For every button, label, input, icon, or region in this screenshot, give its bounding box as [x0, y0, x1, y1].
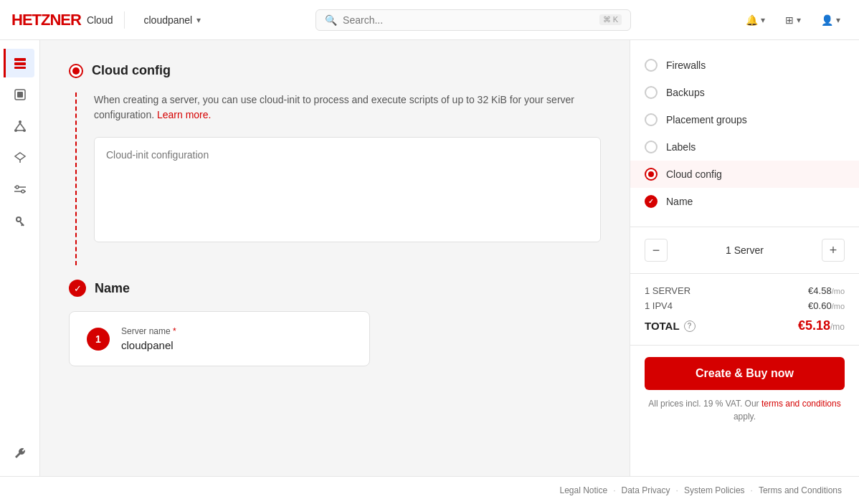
vat-note: All prices incl. 19 % VAT. Our terms and…	[645, 397, 845, 423]
pipeline-icon	[13, 182, 27, 196]
notifications-button[interactable]: 🔔 ▾	[739, 10, 772, 30]
cloud-config-radio	[69, 64, 83, 78]
name-panel-radio	[645, 195, 658, 208]
chevron-down-icon: ▾	[196, 15, 201, 25]
total-price: €5.18/mo	[798, 318, 845, 333]
svg-line-9	[20, 123, 24, 129]
svg-rect-2	[14, 67, 26, 69]
create-buy-button[interactable]: Create & Buy now	[645, 357, 845, 390]
project-selector[interactable]: cloudpanel ▾	[136, 10, 208, 30]
sidebar-item-api[interactable]	[6, 206, 34, 235]
total-label: TOTAL ?	[645, 320, 696, 332]
server-count-value: 1 Server	[726, 244, 764, 256]
terms-conditions-link[interactable]: terms and conditions	[761, 399, 841, 409]
server-name-field: Server name *	[121, 326, 352, 351]
panel-item-backups[interactable]: Backups	[630, 79, 859, 106]
footer-legal-notice[interactable]: Legal Notice	[559, 485, 607, 495]
chevron-down-icon: ▾	[797, 15, 801, 25]
footer-terms-conditions[interactable]: Terms and Conditions	[759, 485, 842, 495]
firewalls-radio	[645, 59, 658, 72]
search-input-wrap: 🔍 ⌘ K	[315, 9, 631, 31]
cloud-init-textarea[interactable]	[106, 149, 589, 228]
panel-item-labels[interactable]: Labels	[630, 133, 859, 161]
labels-radio	[645, 141, 658, 153]
logo-cloud: Cloud	[87, 14, 113, 26]
servers-icon	[13, 56, 27, 70]
topbar-actions: 🔔 ▾ ⊞ ▾ 👤 ▾	[739, 10, 848, 30]
content-area: Cloud config When creating a server, you…	[40, 40, 630, 476]
pricing: 1 SERVER €4.58/mo 1 IPV4 €0.60/mo TOTAL …	[630, 274, 859, 346]
sidebar-item-servers[interactable]	[4, 49, 34, 77]
cloud-config-header: Cloud config	[69, 63, 601, 78]
increase-server-button[interactable]: +	[822, 239, 845, 262]
sidebar-item-storage[interactable]	[6, 80, 34, 109]
cloud-config-description: When creating a server, you can use clou…	[94, 92, 601, 123]
decrease-server-button[interactable]: −	[645, 239, 668, 262]
footer: Legal Notice · Data Privacy · System Pol…	[0, 476, 859, 504]
sidebar-item-networks[interactable]	[6, 112, 34, 141]
key-icon	[13, 214, 27, 228]
cloud-config-panel-radio	[645, 168, 658, 181]
panel-item-name[interactable]: Name	[630, 188, 859, 215]
firewalls-label: Firewalls	[666, 60, 706, 71]
server-name-label: Server name *	[121, 326, 352, 336]
labels-label: Labels	[666, 141, 696, 153]
server-name-input[interactable]	[121, 339, 352, 351]
network-icon	[13, 119, 27, 133]
search-bar: 🔍 ⌘ K	[315, 9, 631, 31]
svg-rect-4	[17, 92, 23, 98]
price-total: TOTAL ? €5.18/mo	[645, 318, 845, 333]
required-indicator: *	[173, 326, 176, 336]
ipv4-price-row: 1 IPV4 €0.60/mo	[645, 300, 845, 311]
name-checked-icon: ✓	[69, 280, 86, 297]
server-name-card: 1 Server name *	[69, 311, 370, 366]
cloud-config-panel-label: Cloud config	[666, 168, 722, 180]
svg-point-5	[19, 120, 22, 123]
sidebar-item-pipelines[interactable]	[6, 175, 34, 204]
ipv4-price-label: 1 IPV4	[645, 300, 673, 311]
logo: HETZNER Cloud	[11, 11, 113, 29]
backups-radio	[645, 86, 658, 99]
right-panel-list: Firewalls Backups Placement groups Label…	[630, 40, 859, 227]
backups-label: Backups	[666, 87, 705, 98]
placement-label: Placement groups	[666, 114, 747, 125]
name-header: ✓ Name	[69, 280, 601, 297]
ipv4-price-value: €0.60/mo	[808, 300, 845, 311]
search-shortcut: ⌘ K	[599, 14, 622, 25]
wrench-icon	[13, 446, 27, 460]
search-input[interactable]	[343, 14, 594, 26]
topbar-divider	[124, 11, 125, 29]
svg-point-14	[16, 186, 19, 189]
panel-item-firewalls[interactable]: Firewalls	[630, 52, 859, 79]
server-price-label: 1 SERVER	[645, 285, 690, 296]
account-button[interactable]: 👤 ▾	[814, 10, 848, 30]
svg-rect-0	[14, 58, 26, 61]
name-panel-label: Name	[666, 196, 693, 207]
bell-icon: 🔔	[746, 14, 758, 26]
svg-point-15	[22, 190, 24, 193]
server-price-value: €4.58/mo	[808, 285, 845, 296]
chevron-down-icon: ▾	[761, 15, 765, 25]
logo-text: HETZNER	[11, 11, 81, 29]
help-icon[interactable]: ?	[684, 320, 696, 332]
right-panel: Firewalls Backups Placement groups Label…	[630, 40, 859, 476]
learn-more-link[interactable]: Learn more.	[157, 109, 211, 120]
load-balancer-icon	[13, 151, 27, 165]
footer-data-privacy[interactable]: Data Privacy	[622, 485, 670, 495]
panel-item-placement[interactable]: Placement groups	[630, 106, 859, 133]
server-number-badge: 1	[87, 328, 110, 351]
sidebar-item-settings[interactable]	[6, 439, 34, 467]
footer-system-policies[interactable]: System Policies	[684, 485, 745, 495]
panel-item-cloud-config[interactable]: Cloud config	[630, 161, 859, 188]
placement-radio	[645, 113, 658, 126]
apps-button[interactable]: ⊞ ▾	[778, 10, 808, 30]
svg-line-8	[16, 123, 20, 129]
server-count: − 1 Server +	[630, 227, 859, 274]
sidebar-item-load-balancers[interactable]	[6, 143, 34, 172]
cloud-config-body: When creating a server, you can use clou…	[75, 92, 601, 265]
cloud-config-title: Cloud config	[92, 63, 171, 78]
server-price-row: 1 SERVER €4.58/mo	[645, 285, 845, 296]
main-layout: Cloud config When creating a server, you…	[0, 40, 859, 476]
name-section: ✓ Name 1 Server name *	[69, 280, 601, 366]
storage-icon	[13, 87, 27, 102]
